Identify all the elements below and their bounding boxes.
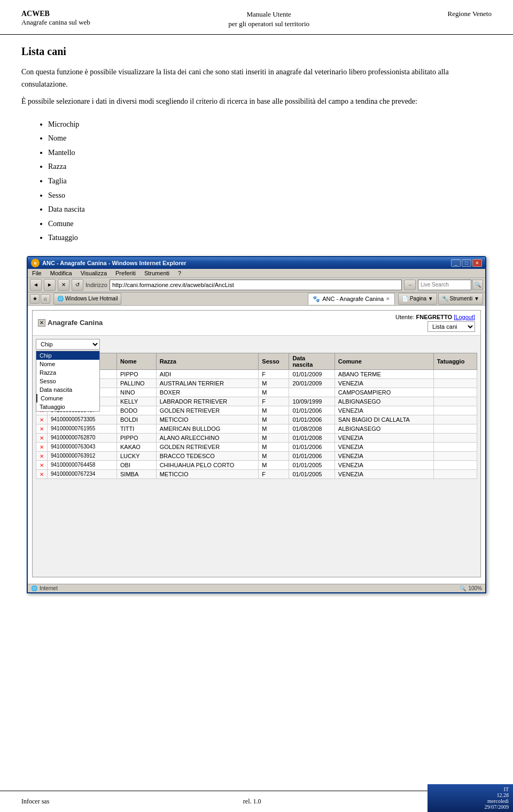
table-row[interactable]: ✕ 941000000763912 LUCKY BRACCO TEDESCO M… (36, 451, 477, 460)
row-nome: PALLINO (117, 378, 157, 388)
home-button[interactable]: ⌂ (41, 294, 50, 304)
list-item: Tatuaggio (48, 231, 492, 245)
browser-tab[interactable]: 🐾 ANC - Anagrafe Canina ✕ (308, 293, 395, 305)
footer-version: rel. 1.0 (243, 798, 261, 806)
row-sesso: M (259, 378, 289, 388)
criteria-list: Microchip Nome Mantello Razza Taglia Ses… (48, 118, 492, 245)
table-row[interactable]: ✕ 941000000761955 TITTI AMERICAN BULLDOG… (36, 424, 477, 433)
back-button[interactable]: ◄ (30, 279, 42, 291)
row-nome: PIPPO (117, 369, 157, 378)
table-row[interactable]: ✕ 941000000448649 KELLY LABRADOR RETRIEV… (36, 397, 477, 406)
col-razza: Razza (156, 353, 259, 369)
header-right: Regione Veneto (448, 10, 492, 18)
row-nascita: 01/01/2006 (289, 415, 335, 424)
menu-strumenti[interactable]: Strumenti (143, 269, 170, 277)
menu-help[interactable]: ? (177, 269, 182, 277)
app-header: ✕ Anagrafe Canina Utente: FNEGRETTO [Log… (33, 311, 480, 336)
row-razza: METICCIO (156, 415, 259, 424)
row-razza: AIDI (156, 369, 259, 378)
row-comune: CAMPOSAMPIERO (335, 388, 433, 397)
menu-modifica[interactable]: Modifica (49, 269, 73, 277)
pagina-button[interactable]: 📄 Pagina ▼ (398, 293, 437, 305)
filter-option-razza-item[interactable]: Razza (36, 368, 99, 377)
row-chip: 941000000767234 (48, 469, 117, 478)
strumenti-button[interactable]: 🔧 Strumenti ▼ (438, 293, 483, 305)
menu-preferiti[interactable]: Preferiti (114, 269, 137, 277)
star-button[interactable]: ★ (30, 294, 40, 304)
filter-option-chip-selected[interactable]: Chip (36, 351, 99, 360)
table-row[interactable]: ✕ 941000000764458 OBI CHIHUAHUA PELO COR… (36, 460, 477, 469)
app-close-button[interactable]: ✕ (38, 319, 45, 327)
list-item: Sesso (48, 189, 492, 203)
forward-button[interactable]: ► (44, 279, 56, 291)
list-item: Nome (48, 132, 492, 146)
address-bar-container: Indirizzo http://cani.formazione.crev.it… (86, 280, 416, 290)
taskbar-day: mercoledì (432, 798, 509, 804)
row-comune: VENEZIA (335, 406, 433, 415)
taskbar-date: 29/07/2009 (432, 804, 509, 810)
filter-option-tatuaggio-item[interactable]: Tatuaggio (36, 403, 99, 411)
row-nascita: 01/01/2009 (289, 369, 335, 378)
filter-option-nascita-item[interactable]: Data nascita (36, 385, 99, 394)
filter-option-nome-item[interactable]: Nome (36, 360, 99, 368)
minimize-button[interactable]: _ (451, 259, 461, 267)
row-razza: METICCIO (156, 469, 259, 478)
search-button[interactable]: 🔍 (472, 280, 483, 290)
row-nascita: 20/01/2009 (289, 378, 335, 388)
browser-titlebar: e ANC - Anagrafe Canina - Windows Intern… (28, 257, 485, 269)
stop-button[interactable]: ✕ (58, 279, 69, 291)
row-icon-cell: ✕ (36, 451, 48, 460)
chip-icon: ✕ (40, 471, 44, 477)
table-row[interactable]: PIPPO AIDI F 01/01/2009 ABANO TERME (36, 369, 477, 378)
filter-select[interactable]: Chip Nome Razza Sesso Data nascita Comun… (36, 339, 100, 350)
menu-visualizza[interactable]: Visualizza (80, 269, 108, 277)
chip-icon: ✕ (40, 444, 44, 450)
zoom-zone: 🔍 100% (460, 585, 482, 591)
filter-option-comune-item[interactable]: Comune (36, 394, 99, 403)
description-1: Con questa funzione è possibile visualiz… (21, 66, 492, 90)
table-row[interactable]: ✕ 941000000762870 PIPPO ALANO ARLECCHINO… (36, 433, 477, 442)
row-tatuaggio (433, 442, 477, 451)
description-2: È possibile selezionare i dati in divers… (21, 96, 492, 107)
browser-content-area: ✕ Anagrafe Canina Utente: FNEGRETTO [Log… (28, 306, 485, 584)
windows-taskbar: IT 12.28 mercoledì 29/07/2009 (428, 784, 513, 812)
filter-option-sesso-item[interactable]: Sesso (36, 377, 99, 385)
address-bar[interactable]: http://cani.formazione.crev.it/acweb/aci… (110, 280, 402, 290)
row-chip: 941000000764458 (48, 460, 117, 469)
manual-title: Manuale Utente (228, 10, 309, 19)
close-button[interactable]: ✕ (472, 259, 482, 267)
go-button[interactable]: → (404, 280, 416, 290)
row-nome: BOLDI (117, 415, 157, 424)
row-tatuaggio (433, 424, 477, 433)
search-input[interactable] (418, 280, 471, 290)
row-tatuaggio (433, 433, 477, 442)
chip-icon: ✕ (40, 453, 44, 459)
tab-close-button[interactable]: ✕ (386, 296, 390, 301)
table-row[interactable]: ✕ 941000000763043 KAKAO GOLDEN RETRIEVER… (36, 442, 477, 451)
list-item: Data nascita (48, 203, 492, 217)
header-center: Manuale Utente per gli operatori sul ter… (228, 10, 309, 29)
table-row[interactable]: ✕ 941000000448268 NINO BOXER M CAMPOSAMP… (36, 388, 477, 397)
table-row[interactable]: ✕ 941000000767234 SIMBA METICCIO F 01/01… (36, 469, 477, 478)
page-title: Lista cani (21, 45, 492, 58)
refresh-button[interactable]: ↺ (72, 279, 83, 291)
table-row[interactable]: ✕ 941000000569467 BODO GOLDEN RETRIEVER … (36, 406, 477, 415)
maximize-button[interactable]: □ (462, 259, 471, 267)
table-row[interactable]: ✕ 941000000443374 PALLINO AUSTRALIAN TER… (36, 378, 477, 388)
section-dropdown[interactable]: Lista cani (428, 321, 475, 332)
row-nome: KELLY (117, 397, 157, 406)
col-comune: Comune (335, 353, 433, 369)
manual-subtitle: per gli operatori sul territorio (228, 19, 309, 29)
row-comune: VENEZIA (335, 460, 433, 469)
row-comune: ALBIGNASEGO (335, 424, 433, 433)
menu-file[interactable]: File (31, 269, 43, 277)
browser-toolbar: ◄ ► ✕ ↺ Indirizzo http://cani.formazione… (28, 278, 485, 292)
bookmark-hotmail[interactable]: 🌐 Windows Live Hotmail (53, 293, 121, 305)
row-icon-cell: ✕ (36, 460, 48, 469)
table-row[interactable]: ✕ 941000000573305 BOLDI METICCIO M 01/01… (36, 415, 477, 424)
logout-link[interactable]: [Logout] (454, 314, 475, 320)
row-nome: PIPPO (117, 433, 157, 442)
user-label: Utente: (395, 314, 414, 320)
row-nascita: 01/01/2005 (289, 469, 335, 478)
bookmarks-bar: ★ ⌂ 🌐 Windows Live Hotmail 🐾 ANC - Anagr… (28, 292, 485, 306)
